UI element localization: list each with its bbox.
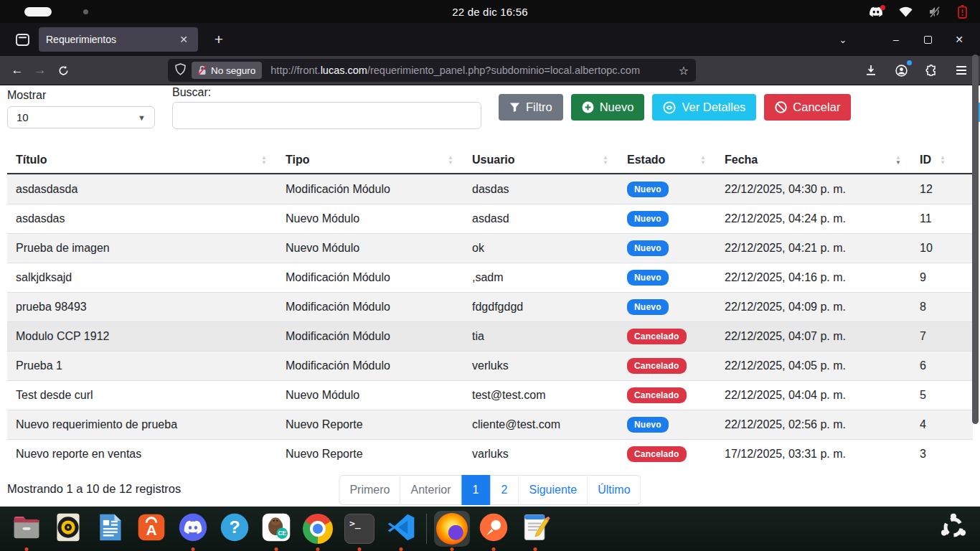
tab-requerimientos[interactable]: Requerimientos ✕ [39,27,198,52]
filter-icon [509,102,520,113]
text-editor-icon [519,512,551,546]
dock-item-libreoffice-writer[interactable] [92,511,128,547]
table-row[interactable]: asdasdasdaModificación MódulodasdasNuevo… [7,174,973,204]
window-controls: ⌄ – ✕ [837,33,966,46]
dock-item-help[interactable]: ? [217,511,253,547]
ver-detalles-button[interactable]: Ver Detalles [652,94,756,121]
table-row[interactable]: Nuevo reporte en ventasNuevo Reportevarl… [7,439,973,468]
action-buttons: FiltroNuevoVer DetallesCancelar [499,94,851,121]
page-button-2[interactable]: 2 [490,475,519,505]
system-clock[interactable]: 22 de dic 16:56 [0,6,980,18]
tab-list-chevron-icon[interactable]: ⌄ [837,33,849,46]
status-badge: Nuevo [627,299,669,315]
cell-fecha: 22/12/2025, 04:07 p. m. [725,330,920,343]
cell-estado: Nuevo [627,211,725,227]
wifi-icon[interactable] [899,6,913,17]
reload-button[interactable] [52,60,75,81]
cell-estado: Nuevo [627,270,725,286]
table-header-row: Título▲▼Tipo▲▼Usuario▲▼Estado▲▼Fecha▲▼ID… [7,147,973,174]
sort-icon: ▲▼ [603,155,608,165]
downloads-icon[interactable] [859,60,882,81]
volume-muted-icon[interactable] [928,6,942,17]
dock-item-rhythmbox[interactable] [50,511,86,547]
column-header-tipo[interactable]: Tipo▲▼ [286,154,472,166]
new-tab-button[interactable]: + [208,29,230,50]
cell-fecha: 22/12/2025, 04:05 p. m. [725,359,920,372]
cell-tipo: Nuevo Módulo [286,242,472,255]
menu-icon[interactable] [950,60,973,81]
cell-estado: Cancelado [627,329,725,344]
page-button-primero: Primero [339,475,400,505]
page-button-1[interactable]: 1 [461,475,490,505]
dock-item-show-apps[interactable] [936,511,971,547]
window-minimize-button[interactable]: – [890,33,903,46]
discord-status-icon[interactable] [869,6,883,17]
url-bar[interactable]: No seguro http://front.lucas.com/requeri… [168,59,696,82]
dock-item-ubuntu-software[interactable]: A [133,511,169,547]
filtro-button[interactable]: Filtro [499,94,563,121]
table-row[interactable]: Test desde curlNuevo Módulotest@test.com… [7,380,973,410]
page-button-siguiente[interactable]: Siguiente [519,475,588,505]
table-row[interactable]: asdasdasNuevo MóduloasdasdNuevo22/12/202… [7,204,973,233]
shield-icon[interactable] [175,63,186,78]
table-row[interactable]: Nuevo requerimiento de pruebaNuevo Repor… [7,410,973,439]
dock-item-discord[interactable] [175,511,211,547]
security-chip[interactable]: No seguro [192,62,262,79]
dock: A?CE>_ [0,507,980,551]
cancelar-button[interactable]: Cancelar [764,94,851,121]
cell-id: 6 [920,359,964,372]
cell-titulo: Prueba 1 [16,359,286,372]
vscode-icon [385,512,417,546]
nuevo-button[interactable]: Nuevo [571,94,645,121]
sort-icon: ▲▼ [940,155,946,165]
column-header-fecha[interactable]: Fecha▲▼ [725,154,920,166]
dock-item-terminal[interactable]: >_ [341,511,377,547]
page-size-select[interactable]: 10 ▼ [7,106,155,128]
tab-close-icon[interactable]: ✕ [176,32,191,47]
firefox-icon [436,513,468,545]
cell-usuario: ok [472,242,627,255]
column-header-id[interactable]: ID▲▼ [920,154,964,166]
rhythmbox-icon [52,512,84,546]
table-row[interactable]: Modulo CCP 1912Modificación MódulotiaCan… [7,321,973,351]
column-header-título[interactable]: Título▲▼ [16,154,286,166]
table-row[interactable]: prueba 98493Modificación Módulofdgdfgdgd… [7,292,973,321]
dock-item-postman[interactable] [476,511,512,547]
status-badge: Nuevo [627,417,669,433]
table-row[interactable]: Prueba de imagenNuevo MódulookNuevo22/12… [7,233,973,263]
cell-titulo: prueba 98493 [16,301,286,314]
cell-fecha: 22/12/2025, 04:21 p. m. [725,242,920,255]
cell-id: 8 [920,301,964,314]
table-row[interactable]: Prueba 1Modificación MóduloverluksCancel… [7,351,973,380]
page-button-último[interactable]: Último [588,475,641,505]
dock-item-vscode[interactable] [383,511,419,547]
column-header-usuario[interactable]: Usuario▲▼ [472,154,627,166]
dock-item-chrome[interactable] [300,511,336,547]
cell-tipo: Modificación Módulo [286,271,472,284]
discord-notification-dot [880,5,885,10]
account-icon[interactable] [890,60,913,81]
lock-insecure-icon [198,65,207,75]
column-header-estado[interactable]: Estado▲▼ [627,154,725,166]
cell-usuario: tia [472,330,627,343]
back-button[interactable]: ← [6,60,29,81]
dock-item-firefox[interactable] [434,511,470,547]
bookmark-star-icon[interactable]: ☆ [679,64,689,77]
browser-tab-strip: Requerimientos ✕ + ⌄ – ✕ [0,23,980,56]
window-restore-button[interactable] [921,33,934,46]
cell-estado: Nuevo [627,417,725,433]
dock-item-files[interactable] [9,511,44,547]
page-scrollbar-thumb[interactable] [972,55,979,424]
firefox-view-button[interactable] [10,29,34,50]
window-close-button[interactable]: ✕ [953,33,966,46]
dock-item-text-editor[interactable] [517,511,553,547]
search-input[interactable] [172,102,481,129]
cell-estado: Cancelado [627,387,725,403]
dock-item-dbeaver[interactable]: CE [258,511,294,547]
cell-fecha: 17/12/2025, 03:31 p. m. [725,448,920,461]
extensions-icon[interactable] [920,60,943,81]
forward-button[interactable]: → [29,60,52,81]
battery-critical-icon[interactable] [958,5,967,19]
table-row[interactable]: salkjdksajdModificación Módulo,sadmNuevo… [7,263,973,292]
cell-tipo: Modificación Módulo [286,183,472,196]
